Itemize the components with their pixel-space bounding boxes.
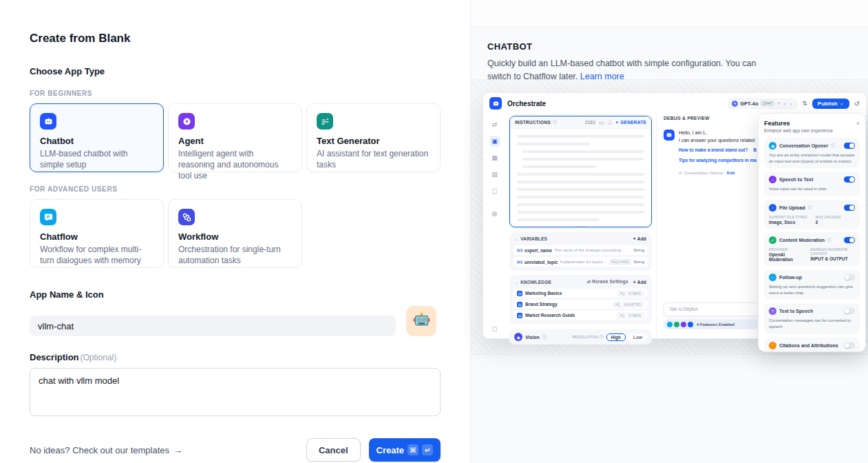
notes-nav-icon[interactable]: ▢ bbox=[489, 185, 500, 196]
app-type-card-chatflow[interactable]: Chatflow Workflow for complex multi-turn… bbox=[30, 199, 164, 268]
feature-toggle[interactable] bbox=[844, 176, 855, 183]
resolution-high-option[interactable]: High bbox=[606, 333, 626, 341]
cancel-button[interactable]: Cancel bbox=[306, 438, 361, 462]
variable-row[interactable]: {x} unrelated_topic A placeholder for to… bbox=[514, 257, 648, 267]
app-icon-picker[interactable] bbox=[406, 306, 436, 336]
dataset-icon: ▤ bbox=[517, 302, 522, 307]
beginner-cards: Chatbot LLM-based chatbot with simple se… bbox=[30, 103, 441, 172]
copy-icon[interactable]: ❏ bbox=[608, 120, 612, 125]
swap-icon[interactable]: ⇄ bbox=[489, 119, 500, 130]
knowledge-header: ⌄ KNOWLEDGE ⇄ Rerank Settings + Add bbox=[514, 278, 648, 287]
feature-toggle[interactable] bbox=[844, 342, 855, 349]
feature-dot-icon bbox=[688, 322, 693, 327]
caret-down-icon[interactable]: ⌄ bbox=[515, 280, 518, 285]
templates-link[interactable]: No ideas? Check out our templates → bbox=[30, 445, 182, 455]
instructions-panel[interactable]: INSTRUCTIONS ⓘ 2182 {x} ❏ ✦ GENERATE bbox=[509, 116, 652, 227]
app-type-card-text-generator[interactable]: Text Generator AI assistant for text gen… bbox=[306, 103, 441, 172]
features-title: Features bbox=[764, 120, 790, 127]
feature-toggle[interactable] bbox=[844, 237, 855, 243]
variable-row[interactable]: {x} expert_name The name of the strategi… bbox=[514, 245, 648, 255]
for-beginners-label: FOR BEGINNERS bbox=[30, 90, 441, 97]
gallery-nav-icon[interactable]: ▦ bbox=[489, 152, 500, 163]
feature-dot-icon bbox=[674, 322, 679, 327]
rerank-icon: ⇄ bbox=[587, 279, 591, 285]
index-mode-badge: HQ · HYBRID bbox=[617, 313, 644, 318]
info-icon: ⓘ bbox=[831, 143, 835, 148]
expand-nav-icon[interactable]: ◻ bbox=[489, 323, 500, 334]
enter-key-icon: ↵ bbox=[422, 444, 433, 455]
create-button[interactable]: Create ⌘ ↵ bbox=[369, 438, 441, 462]
instructions-title: INSTRUCTIONS bbox=[515, 120, 551, 125]
debug-preview-title: DEBUG & PREVIEW bbox=[664, 116, 756, 121]
resolution-low-option[interactable]: Low bbox=[628, 333, 647, 341]
feature-toggle[interactable] bbox=[844, 274, 855, 280]
app-type-header: CHATBOT Quickly build an LLM-based chatb… bbox=[471, 28, 868, 83]
variables-title: VARIABLES bbox=[520, 236, 547, 241]
feature-toggle[interactable] bbox=[844, 143, 855, 149]
features-panel: Features × Enhance web app user experien… bbox=[758, 113, 866, 352]
orchestrate-nav-icon[interactable]: ▣ bbox=[489, 136, 500, 147]
knowledge-row[interactable]: ▤ Marketing Basics HQ · HYBRID bbox=[514, 289, 648, 298]
create-from-blank-panel: Create from Blank Choose App Type FOR BE… bbox=[0, 0, 470, 463]
knowledge-row[interactable]: ▤ Market Research Guide HQ · HYBRID bbox=[514, 311, 648, 320]
card-title: Chatbot bbox=[40, 136, 154, 146]
card-description: Workflow for complex multi-turn dialogue… bbox=[40, 244, 154, 266]
right-top-strip bbox=[471, 0, 868, 28]
preview-sidebar: ⇄ ▣ ▦ ▤ ▢ ◍ ◻ bbox=[483, 114, 506, 334]
cmd-key-icon: ⌘ bbox=[407, 444, 419, 455]
suggestion-link[interactable]: How to make a brand stand out? bbox=[679, 147, 748, 152]
edit-link[interactable]: Edit bbox=[727, 170, 734, 176]
feature-card-speech-to-text: ♪ Speech to Text Voice input can be used… bbox=[764, 172, 860, 196]
workflow-icon bbox=[178, 209, 195, 225]
model-config-icon[interactable]: ⇅ bbox=[802, 100, 807, 107]
chatbot-icon bbox=[40, 113, 56, 130]
resize-handle[interactable] bbox=[575, 226, 586, 227]
conversation-opener-icon: ◉ bbox=[769, 142, 776, 150]
footer-buttons: Cancel Create ⌘ ↵ bbox=[306, 438, 441, 462]
params-icon: ☼ bbox=[783, 101, 787, 106]
add-variable-button[interactable]: + Add bbox=[633, 236, 646, 241]
feature-card-content-moderation: ✓ Content Moderation ⓘ PROVIDER OpenAI M… bbox=[764, 232, 860, 266]
knowledge-row[interactable]: ▤ Brand Strategy HQ · INVERTED bbox=[514, 300, 648, 309]
app-type-card-chatbot[interactable]: Chatbot LLM-based chatbot with simple se… bbox=[30, 103, 164, 172]
chevron-down-icon: ⌄ bbox=[789, 101, 793, 106]
app-name-input[interactable] bbox=[30, 316, 396, 336]
optional-label: (Optional) bbox=[81, 353, 117, 362]
model-selector[interactable]: ✦ GPT-4o CHAT ∿ ☼ ⌄ bbox=[728, 99, 797, 109]
description-input[interactable]: chat with vllm model bbox=[30, 368, 441, 416]
globe-nav-icon[interactable]: ◍ bbox=[489, 208, 500, 219]
instructions-actions: 2182 {x} ❏ ✦ GENERATE bbox=[585, 120, 646, 125]
docs-nav-icon[interactable]: ▤ bbox=[489, 169, 500, 180]
follow-up-icon: ⋯ bbox=[769, 274, 776, 281]
instructions-placeholder-lines bbox=[510, 129, 651, 227]
rerank-settings-button[interactable]: ⇄ Rerank Settings bbox=[587, 279, 628, 285]
close-icon[interactable]: × bbox=[856, 120, 860, 127]
chat-input[interactable]: Talk to DifyBot bbox=[664, 302, 759, 316]
gear-icon: ⊙ bbox=[679, 170, 682, 176]
feature-toggle[interactable] bbox=[844, 205, 855, 211]
debug-preview-column: DEBUG & PREVIEW Hello, I am L. I can ans… bbox=[664, 116, 756, 334]
app-type-card-agent[interactable]: Agent Intelligent agent with reasoning a… bbox=[168, 103, 302, 172]
plus-icon: + bbox=[633, 236, 636, 241]
generate-button[interactable]: ✦ GENERATE bbox=[615, 120, 646, 125]
variables-header: ⌄ VARIABLES + Add bbox=[514, 236, 648, 243]
app-name-row bbox=[30, 306, 441, 336]
speech-to-text-icon: ♪ bbox=[769, 176, 776, 183]
card-title: Agent bbox=[178, 136, 292, 146]
dataset-icon: ▤ bbox=[517, 313, 522, 318]
publish-button[interactable]: Publish ⌄ bbox=[812, 99, 849, 109]
add-knowledge-button[interactable]: + Add bbox=[633, 280, 646, 285]
history-icon[interactable]: ↺ bbox=[854, 100, 860, 107]
index-mode-badge: HQ · INVERTED bbox=[613, 302, 644, 307]
suggestion-link[interactable]: Tips for analyzing competitors in market bbox=[679, 158, 756, 163]
description-label-row: Description(Optional) bbox=[30, 352, 441, 362]
suggestion-link[interactable]: Bes bbox=[753, 147, 756, 152]
bot-message: Hello, I am L. I can answer your questio… bbox=[664, 130, 756, 176]
app-type-card-workflow[interactable]: Workflow Orchestration for single-turn a… bbox=[168, 199, 302, 268]
feature-toggle[interactable] bbox=[844, 308, 855, 314]
plus-icon: + bbox=[633, 280, 636, 285]
feature-card-follow-up: ⋯ Follow-up Setting up next questions su… bbox=[764, 269, 860, 300]
card-title: Text Generator bbox=[317, 136, 430, 146]
caret-down-icon[interactable]: ⌄ bbox=[515, 236, 518, 241]
chevron-down-icon: ⌄ bbox=[840, 101, 844, 106]
